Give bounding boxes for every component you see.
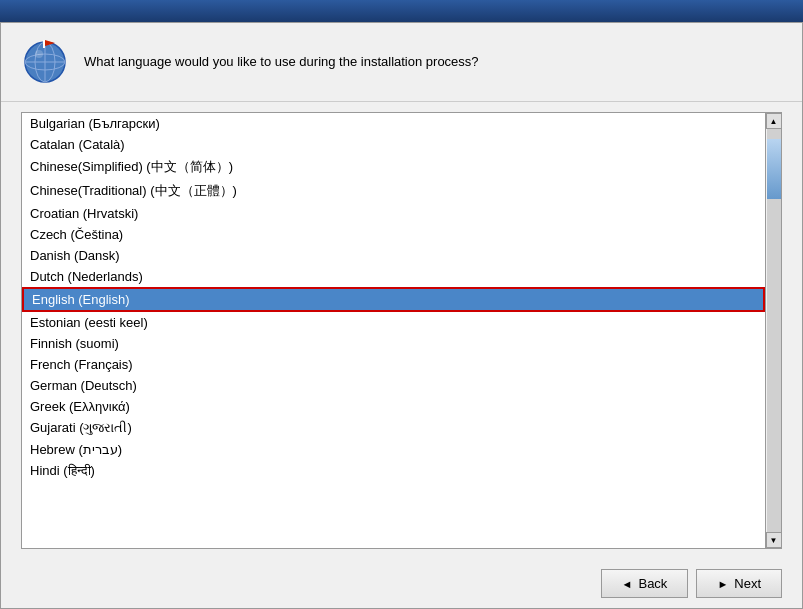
language-item-finnish[interactable]: Finnish (suomi) [22, 333, 765, 354]
content-area: Bulgarian (Български)Catalan (Català)Chi… [1, 102, 802, 559]
language-list-container: Bulgarian (Български)Catalan (Català)Chi… [21, 112, 782, 549]
back-icon: ◄ [622, 578, 633, 590]
language-item-danish[interactable]: Danish (Dansk) [22, 245, 765, 266]
scroll-up-button[interactable]: ▲ [766, 113, 782, 129]
globe-icon [21, 38, 69, 86]
header-question: What language would you like to use duri… [84, 53, 479, 71]
language-item-greek[interactable]: Greek (Ελληνικά) [22, 396, 765, 417]
header: What language would you like to use duri… [1, 23, 802, 102]
scrollbar-thumb[interactable] [767, 139, 781, 199]
language-item-dutch[interactable]: Dutch (Nederlands) [22, 266, 765, 287]
language-item-german[interactable]: German (Deutsch) [22, 375, 765, 396]
language-item-english[interactable]: English (English) [22, 287, 765, 312]
language-item-catalan[interactable]: Catalan (Català) [22, 134, 765, 155]
scroll-down-button[interactable]: ▼ [766, 532, 782, 548]
back-button[interactable]: ◄ Back [601, 569, 689, 598]
language-item-hebrew[interactable]: Hebrew (עברית) [22, 439, 765, 460]
next-label: Next [734, 576, 761, 591]
language-list[interactable]: Bulgarian (Български)Catalan (Català)Chi… [22, 113, 765, 548]
language-item-estonian[interactable]: Estonian (eesti keel) [22, 312, 765, 333]
language-item-hindi[interactable]: Hindi (हिन्दी) [22, 460, 765, 482]
language-item-chinese-simplified[interactable]: Chinese(Simplified) (中文（简体）) [22, 155, 765, 179]
language-item-bulgarian[interactable]: Bulgarian (Български) [22, 113, 765, 134]
svg-rect-5 [43, 40, 45, 48]
language-item-czech[interactable]: Czech (Čeština) [22, 224, 765, 245]
language-item-french[interactable]: French (Français) [22, 354, 765, 375]
language-item-croatian[interactable]: Croatian (Hrvatski) [22, 203, 765, 224]
language-item-chinese-traditional[interactable]: Chinese(Traditional) (中文（正體）) [22, 179, 765, 203]
next-button[interactable]: ► Next [696, 569, 782, 598]
scrollbar-track[interactable] [767, 129, 781, 532]
footer: ◄ Back ► Next [1, 559, 802, 608]
language-item-gujarati[interactable]: Gujarati (ગુજરાતી) [22, 417, 765, 439]
next-icon: ► [717, 578, 728, 590]
title-bar [0, 0, 803, 22]
scrollbar[interactable]: ▲ ▼ [765, 113, 781, 548]
svg-point-7 [35, 50, 43, 58]
main-window: What language would you like to use duri… [0, 22, 803, 609]
back-label: Back [638, 576, 667, 591]
